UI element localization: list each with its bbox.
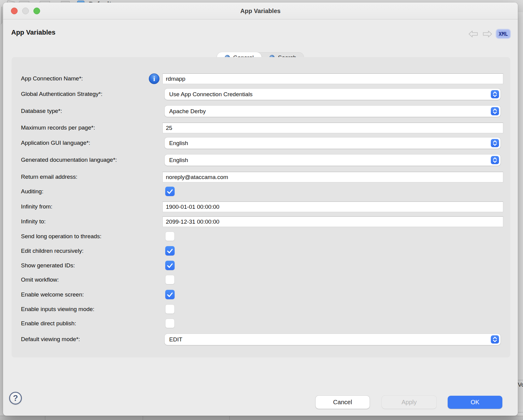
info-icon[interactable]: i bbox=[149, 73, 159, 84]
select-application-gui-language[interactable]: English bbox=[165, 137, 501, 149]
form-row-app-connection-name: App Connection Name*:i bbox=[12, 73, 510, 84]
apply-button[interactable]: Apply bbox=[382, 396, 436, 409]
background-table-header-strip bbox=[0, 416, 523, 420]
form-row-infinity-to: Infinity to: bbox=[12, 216, 510, 227]
form-row-generated-documentation-language: Generated documentation language*:Englis… bbox=[12, 154, 510, 166]
form-row-global-authentication-strategy: Global Authentication Strategy*:Use App … bbox=[12, 88, 510, 100]
form-row-return-email-address: Return email address: bbox=[12, 171, 510, 183]
select-default-viewing-mode[interactable]: EDIT bbox=[165, 334, 501, 345]
select-value-default-viewing-mode: EDIT bbox=[169, 334, 182, 345]
select-global-authentication-strategy[interactable]: Use App Connection Credentials bbox=[165, 89, 501, 100]
back-arrow-icon[interactable] bbox=[468, 30, 478, 38]
dropdown-stepper-icon bbox=[491, 107, 499, 115]
field-label-database-type: Database type*: bbox=[21, 105, 62, 117]
form-row-send-long-operation-to-threads: Send long operation to threads: bbox=[12, 231, 510, 242]
checkbox-enable-welcome-screen[interactable] bbox=[165, 290, 175, 299]
dropdown-stepper-icon bbox=[491, 139, 499, 147]
field-label-omit-workflow: Omit workflow: bbox=[21, 274, 59, 286]
field-label-maximum-records-per-page: Maximum records per page*: bbox=[21, 122, 95, 134]
form-row-database-type: Database type*:Apache Derby bbox=[12, 105, 510, 117]
form-row-default-viewing-mode: Default viewing mode*:EDIT bbox=[12, 334, 510, 345]
select-database-type[interactable]: Apache Derby bbox=[165, 106, 501, 117]
background-table-line bbox=[518, 380, 523, 380]
ok-button[interactable]: OK bbox=[448, 396, 502, 409]
input-app-connection-name[interactable] bbox=[162, 73, 503, 84]
field-label-return-email-address: Return email address: bbox=[21, 171, 77, 183]
dropdown-stepper-icon bbox=[491, 335, 499, 344]
field-label-infinity-to: Infinity to: bbox=[21, 216, 46, 227]
checkbox-omit-workflow[interactable] bbox=[165, 275, 175, 284]
field-label-app-connection-name: App Connection Name*: bbox=[21, 73, 83, 84]
form-row-edit-children-recursively: Edit children recursively: bbox=[12, 245, 510, 257]
form-row-maximum-records-per-page: Maximum records per page*: bbox=[12, 122, 510, 134]
checkbox-enable-inputs-viewing-mode[interactable] bbox=[165, 304, 175, 314]
form-row-show-generated-ids: Show generated IDs: bbox=[12, 260, 510, 271]
checkbox-edit-children-recursively[interactable] bbox=[165, 246, 175, 256]
field-label-enable-direct-publish: Enable direct publish: bbox=[21, 318, 76, 329]
help-button[interactable]: ? bbox=[9, 392, 22, 405]
field-label-auditing: Auditing: bbox=[21, 186, 43, 197]
form-row-auditing: Auditing: bbox=[12, 186, 510, 197]
select-value-application-gui-language: English bbox=[169, 137, 188, 149]
column-separator bbox=[229, 416, 230, 420]
xml-view-button[interactable]: XML bbox=[497, 30, 510, 38]
background-table-line bbox=[518, 412, 523, 412]
field-label-global-authentication-strategy: Global Authentication Strategy*: bbox=[21, 88, 102, 100]
checkbox-auditing[interactable] bbox=[165, 187, 175, 196]
form-row-enable-direct-publish: Enable direct publish: bbox=[12, 318, 510, 329]
select-value-database-type: Apache Derby bbox=[169, 106, 206, 117]
dropdown-stepper-icon bbox=[491, 90, 499, 98]
input-infinity-from[interactable] bbox=[162, 202, 503, 212]
input-infinity-to[interactable] bbox=[162, 216, 503, 227]
column-separator bbox=[143, 416, 143, 420]
form-row-omit-workflow: Omit workflow: bbox=[12, 274, 510, 286]
select-value-generated-documentation-language: English bbox=[169, 154, 188, 166]
column-separator bbox=[45, 416, 45, 420]
titlebar[interactable]: App Variables bbox=[3, 2, 518, 19]
checkbox-send-long-operation-to-threads[interactable] bbox=[165, 232, 175, 241]
window-title: App Variables bbox=[3, 2, 518, 19]
form-row-enable-welcome-screen: Enable welcome screen: bbox=[12, 289, 510, 300]
select-generated-documentation-language[interactable]: English bbox=[165, 154, 501, 166]
form-row-infinity-from: Infinity from: bbox=[12, 201, 510, 212]
cancel-button[interactable]: Cancel bbox=[316, 396, 370, 409]
field-label-infinity-from: Infinity from: bbox=[21, 201, 52, 212]
select-value-global-authentication-strategy: Use App Connection Credentials bbox=[169, 89, 253, 100]
input-return-email-address[interactable] bbox=[162, 172, 503, 182]
field-label-show-generated-ids: Show generated IDs: bbox=[21, 260, 75, 271]
field-label-generated-documentation-language: Generated documentation language*: bbox=[21, 154, 117, 166]
field-label-default-viewing-mode: Default viewing mode*: bbox=[21, 334, 80, 345]
dropdown-stepper-icon bbox=[491, 156, 499, 164]
field-label-application-gui-language: Application GUI language*: bbox=[21, 137, 90, 149]
field-label-edit-children-recursively: Edit children recursively: bbox=[21, 245, 84, 257]
app-variables-dialog: App Variables App Variables XML General … bbox=[3, 2, 518, 416]
field-label-enable-inputs-viewing-mode: Enable inputs viewing mode: bbox=[21, 303, 94, 315]
form-row-application-gui-language: Application GUI language*:English bbox=[12, 137, 510, 149]
field-label-send-long-operation-to-threads: Send long operation to threads: bbox=[21, 231, 101, 242]
field-label-enable-welcome-screen: Enable welcome screen: bbox=[21, 289, 84, 300]
page-title: App Variables bbox=[11, 29, 56, 36]
background-right-sliver: Vo bbox=[518, 12, 523, 416]
checkbox-enable-direct-publish[interactable] bbox=[165, 319, 175, 328]
input-maximum-records-per-page[interactable] bbox=[162, 123, 503, 133]
forward-arrow-icon[interactable] bbox=[482, 30, 493, 38]
checkbox-show-generated-ids[interactable] bbox=[165, 261, 175, 270]
general-settings-panel: App Connection Name*:iGlobal Authenticat… bbox=[12, 57, 510, 357]
background-text-fragment: Vo bbox=[518, 381, 523, 388]
background-panel-edge bbox=[0, 7, 2, 24]
form-row-enable-inputs-viewing-mode: Enable inputs viewing mode: bbox=[12, 303, 510, 315]
